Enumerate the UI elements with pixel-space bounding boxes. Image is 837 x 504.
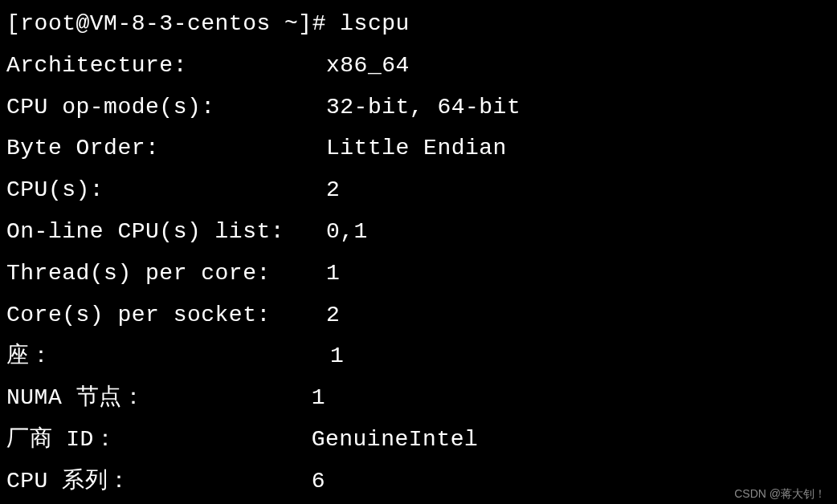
output-row-online-cpus: On-line CPU(s) list: 0,1 <box>6 211 831 253</box>
output-value: 0,1 <box>326 211 368 253</box>
output-value: 1 <box>270 377 325 419</box>
output-value: GenuineIntel <box>270 419 479 461</box>
output-row-vendor-id: 厂商 ID： GenuineIntel <box>6 419 831 461</box>
output-row-socket: 座： 1 <box>6 335 831 377</box>
output-row-architecture: Architecture: x86_64 <box>6 45 831 87</box>
output-row-cpu-op-mode: CPU op-mode(s): 32-bit, 64-bit <box>6 87 831 128</box>
prompt-line: [root@VM-8-3-centos ~]# lscpu <box>6 3 831 45</box>
output-label: CPU op-mode(s): <box>6 87 326 128</box>
output-label: Thread(s) per core: <box>6 253 326 295</box>
command-text: lscpu <box>340 11 410 36</box>
output-value: x86_64 <box>326 45 410 87</box>
output-row-cores-per-socket: Core(s) per socket: 2 <box>6 295 831 336</box>
output-value: 1 <box>316 335 345 377</box>
terminal-output[interactable]: [root@VM-8-3-centos ~]# lscpu Architectu… <box>6 3 831 502</box>
output-value: 6 <box>270 461 325 502</box>
shell-prompt: [root@VM-8-3-centos ~]# <box>6 11 326 36</box>
output-label: 座： <box>6 335 316 377</box>
output-row-byte-order: Byte Order: Little Endian <box>6 128 831 169</box>
output-value: 2 <box>326 169 340 211</box>
output-label: Architecture: <box>6 45 326 87</box>
output-value: Little Endian <box>326 128 507 169</box>
output-value: 2 <box>326 295 340 336</box>
output-row-threads-per-core: Thread(s) per core: 1 <box>6 253 831 295</box>
output-label: CPU 系列： <box>6 461 270 502</box>
output-label: NUMA 节点： <box>6 377 270 419</box>
output-value: 32-bit, 64-bit <box>326 87 521 128</box>
watermark-text: CSDN @蒋大钊！ <box>734 488 826 499</box>
output-label: On-line CPU(s) list: <box>6 211 326 253</box>
output-label: Byte Order: <box>6 128 326 169</box>
output-label: CPU(s): <box>6 169 326 211</box>
output-row-cpus: CPU(s): 2 <box>6 169 831 211</box>
output-value: 1 <box>326 253 340 295</box>
output-label: Core(s) per socket: <box>6 295 326 336</box>
output-label: 厂商 ID： <box>6 419 270 461</box>
output-row-cpu-family: CPU 系列： 6 <box>6 461 831 502</box>
output-row-numa-nodes: NUMA 节点： 1 <box>6 377 831 419</box>
